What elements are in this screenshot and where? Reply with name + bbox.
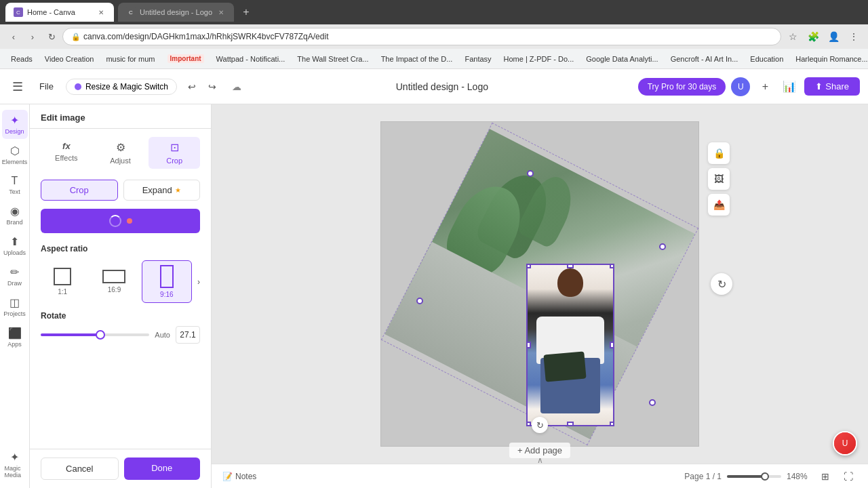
bookmark-reads[interactable]: Reads [5, 53, 38, 65]
sidebar-item-elements[interactable]: ⬡ Elements [2, 140, 28, 169]
crop-handle-bl[interactable] [526, 422, 531, 426]
redo-button[interactable]: ↪ [203, 77, 222, 96]
back-button[interactable]: ‹ [5, 28, 22, 45]
browser-menu[interactable]: ⋮ [845, 28, 863, 45]
aspect-1-1[interactable]: 1:1 [38, 264, 87, 300]
sidebar-label-draw: Draw [7, 280, 22, 287]
rotate-slider[interactable] [41, 328, 149, 342]
sidebar-item-projects[interactable]: ◫ Projects [2, 292, 28, 321]
outer-handle-br[interactable] [649, 399, 656, 406]
page-info: Page 1 / 1 [684, 472, 722, 481]
aspect-ratio-more[interactable]: › [195, 274, 203, 289]
image-group[interactable]: ↻ [411, 148, 669, 420]
tab-adjust[interactable]: ⚙ Adjust [95, 137, 146, 169]
crop-handle-mt[interactable] [567, 264, 574, 268]
bookmark-music[interactable]: music for mum [100, 53, 160, 65]
crop-handle-tr[interactable] [610, 264, 614, 268]
file-menu[interactable]: File [33, 79, 60, 94]
bookmark-google-data[interactable]: Google Data Analyti... [580, 53, 663, 65]
presence-avatar-initial: U [834, 432, 856, 454]
loading-cancel-dot[interactable] [127, 218, 132, 224]
address-bar[interactable]: 🔒 canva.com/design/DAGHkm1maxJ/hRhkjSWRK… [62, 28, 781, 45]
apps-icon: ⬛ [8, 327, 22, 340]
bookmark-video[interactable]: Video Creation [39, 53, 100, 65]
resize-magic-switch[interactable]: Resize & Magic Switch [66, 79, 177, 95]
zoom-track[interactable] [727, 475, 781, 478]
expand-star-icon: ★ [175, 186, 181, 194]
crop-label: Crop [166, 157, 182, 165]
bookmark-important[interactable]: Important [162, 52, 210, 65]
expand-label: Expand [142, 185, 172, 195]
zoom-fill [727, 475, 765, 478]
lock-button[interactable]: 🔒 [708, 142, 730, 164]
share-button[interactable]: ⬆ Share [804, 77, 860, 96]
grid-view-button[interactable]: ⊞ [816, 468, 834, 485]
reload-button[interactable]: ↻ [43, 28, 60, 45]
cancel-button[interactable]: Cancel [41, 458, 119, 480]
bookmark-impact[interactable]: The Impact of the D... [376, 53, 458, 65]
forward-button[interactable]: › [24, 28, 41, 45]
crop-overlay-box[interactable] [526, 264, 614, 426]
bookmark-zpdf[interactable]: Home | Z-PDF - Do... [498, 53, 580, 65]
add-collaborator-button[interactable]: + [755, 77, 774, 96]
sidebar-item-magic-media[interactable]: ✦ Magic Media [2, 447, 28, 483]
tab-untitled-design[interactable]: C Untitled design - Logo ✕ [118, 3, 234, 22]
bookmark-gencroft[interactable]: Gencroft - AI Art In... [665, 53, 744, 65]
notes-button[interactable]: 📝 Notes [222, 472, 256, 481]
tab-close-1[interactable]: ✕ [96, 7, 106, 17]
aspect-16-9[interactable]: 16:9 [90, 266, 138, 298]
rotate-thumb[interactable] [96, 330, 105, 340]
tab-home-canva[interactable]: C Home - Canva ✕ [5, 3, 114, 22]
sidebar-label-projects: Projects [3, 310, 26, 317]
fullscreen-button[interactable]: ⛶ [840, 468, 857, 485]
crop-handle-ml[interactable] [526, 342, 531, 348]
zoom-thumb[interactable] [761, 472, 769, 481]
bookmark-harlequin[interactable]: Harlequin Romance... [790, 53, 868, 65]
rotate-value-input[interactable]: 27.1 [176, 326, 200, 344]
user-avatar[interactable]: U [731, 77, 750, 96]
share-label: Share [825, 81, 849, 92]
bookmark-wsj[interactable]: The Wall Street Cra... [292, 53, 374, 65]
image-options-button[interactable]: 🖼 [708, 168, 730, 190]
new-tab-button[interactable]: + [238, 4, 254, 20]
hamburger-menu[interactable]: ☰ [8, 77, 27, 96]
bookmark-star[interactable]: ☆ [784, 28, 802, 45]
share-canvas-button[interactable]: 📤 [708, 194, 730, 216]
sidebar-item-uploads[interactable]: ⬆ Uploads [2, 231, 28, 260]
sidebar-item-brand[interactable]: ◉ Brand [2, 201, 28, 230]
tab-crop[interactable]: ⊡ Crop [149, 137, 200, 169]
aspect-9-16[interactable]: 9:16 [142, 260, 192, 303]
outer-handle-left[interactable] [416, 298, 423, 304]
bookmark-fantasy[interactable]: Fantasy [459, 53, 496, 65]
effects-label: Effects [55, 154, 77, 162]
crop-handle-mb[interactable] [567, 422, 574, 426]
bookmark-wattpad[interactable]: Wattpad - Notificati... [211, 53, 291, 65]
analytics-button[interactable]: 📊 [780, 77, 799, 96]
rotation-handle[interactable]: ↻ [532, 417, 548, 433]
rotate-fill [41, 333, 100, 336]
try-pro-button[interactable]: Try Pro for 30 days [638, 78, 726, 96]
sidebar-item-design[interactable]: ✦ Design [2, 110, 28, 139]
expand-mode-button[interactable]: Expand ★ [123, 180, 201, 201]
sidebar-item-text[interactable]: T Text [2, 171, 28, 199]
scroll-down-chevron[interactable]: ∧ [537, 455, 543, 464]
app-container: ☰ File Resize & Magic Switch ↩ ↪ ☁ Untit… [0, 69, 868, 488]
sidebar-item-apps[interactable]: ⬛ Apps [2, 323, 28, 352]
extensions-button[interactable]: 🧩 [804, 28, 822, 45]
outer-handle-top[interactable] [527, 170, 534, 177]
profile-button[interactable]: 👤 [825, 28, 842, 45]
tab-close-2[interactable]: ✕ [216, 7, 226, 17]
sidebar-item-draw[interactable]: ✏ Draw [2, 262, 28, 291]
tab-effects[interactable]: fx Effects [41, 137, 92, 169]
canvas-wrapper[interactable]: ↻ 🔒 🖼 📤 ↻ + [212, 104, 868, 464]
done-button[interactable]: Done [124, 458, 201, 480]
canvas-rotate-handle[interactable]: ↻ [711, 273, 732, 295]
undo-button[interactable]: ↩ [182, 77, 201, 96]
bookmark-education[interactable]: Education [745, 53, 789, 65]
crop-mode-button[interactable]: Crop [41, 180, 118, 201]
right-tools: 🔒 🖼 📤 [708, 142, 730, 216]
project-title: Untitled design - Logo [396, 81, 488, 92]
crop-handle-br[interactable] [610, 422, 614, 426]
crop-handle-mr[interactable] [610, 342, 614, 348]
crop-handle-tl[interactable] [526, 264, 531, 268]
